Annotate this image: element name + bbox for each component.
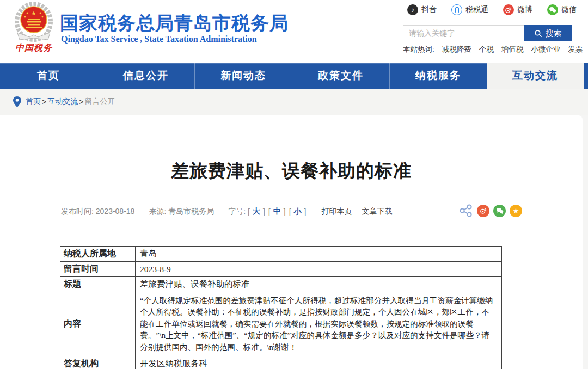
- fontsize-label: 字号:: [228, 207, 246, 217]
- search-button-label: 搜索: [546, 28, 562, 39]
- tax-emblem-icon: ★: [11, 1, 57, 44]
- hotword-link[interactable]: 个税: [479, 45, 494, 54]
- row-value: 差旅费津贴、误餐补助的标准: [136, 277, 502, 292]
- breadcrumb-separator: >: [79, 97, 83, 106]
- row-value: 2023-8-9: [136, 262, 502, 277]
- logo-caption: 中国税务: [9, 42, 59, 54]
- fontsize-small-button[interactable]: 小: [293, 207, 302, 217]
- page-lower: 差旅费津贴、误餐补助的标准 发布时间: 2023-08-18 来源: 青岛市税务…: [0, 115, 588, 369]
- site-logo: ★ 中国税务: [9, 1, 59, 54]
- social-wechat[interactable]: 微信: [547, 4, 577, 15]
- page: ★ 中国税务 国家税务总局青岛市税务局 Qingdao Tax Service …: [0, 0, 588, 369]
- nav-tab-policy-documents[interactable]: 政策文件: [292, 63, 389, 89]
- wechat-icon: [547, 4, 558, 15]
- table-row: 内容 “个人取得规定标准范围的差旅费津贴不征个人所得税，超过标准部分并入取得当月…: [60, 292, 502, 356]
- weibo-icon: [503, 4, 514, 15]
- breadcrumb-band: 首页 > 互动交流 > 留言公开: [0, 89, 588, 115]
- nav-tab-tax-services[interactable]: 纳税服务: [389, 63, 487, 89]
- social-douyin[interactable]: ♪ 抖音: [407, 4, 437, 15]
- location-pin-icon: [13, 96, 21, 107]
- favorite-star-button[interactable]: ★: [510, 205, 522, 217]
- search-icon: [534, 29, 542, 38]
- row-label: 答复机构: [60, 356, 136, 369]
- douyin-icon: ♪: [407, 4, 418, 15]
- social-shuishuitong-label: 税税通: [465, 5, 488, 15]
- nav-tab-news[interactable]: 新闻动态: [194, 63, 292, 89]
- row-label: 内容: [60, 292, 136, 356]
- bracket: [: [288, 207, 292, 216]
- social-links: ♪ 抖音 税税通 微博 微信: [407, 4, 577, 15]
- search-input[interactable]: [403, 25, 524, 41]
- share-buttons: ★: [459, 204, 522, 218]
- row-label: 纳税人所属地: [60, 247, 136, 262]
- message-table: 纳税人所属地 青岛 留言时间 2023-8-9 标题 差旅费津贴、误餐补助的标准…: [60, 246, 502, 369]
- site-title: 国家税务总局青岛市税务局: [60, 11, 289, 36]
- nav-tab-info-disclosure[interactable]: 信息公开: [97, 63, 194, 89]
- breadcrumb-home[interactable]: 首页: [26, 97, 41, 107]
- table-row: 答复机构 开发区纳税服务科: [60, 356, 502, 369]
- nav-endcap: [584, 63, 588, 89]
- article-meta: 发布时间: 2023-08-18 来源: 青岛市税务局 字号: [大] [中] …: [61, 207, 392, 217]
- bracket: ]: [303, 207, 308, 216]
- row-value: 开发区纳税服务科: [136, 356, 502, 369]
- svg-text:★: ★: [31, 10, 36, 16]
- article-title: 差旅费津贴、误餐补助的标准: [0, 159, 583, 183]
- share-weibo-button[interactable]: [477, 205, 489, 217]
- article-source: 来源: 青岛市税务局: [149, 207, 214, 217]
- download-article-button[interactable]: 文章下载: [362, 207, 392, 217]
- nav-tab-home[interactable]: 首页: [0, 63, 97, 89]
- wechat-icon: [496, 207, 504, 214]
- breadcrumb-current: 留言公开: [84, 97, 115, 107]
- row-value: 青岛: [136, 247, 502, 262]
- social-shuishuitong[interactable]: 税税通: [451, 4, 488, 15]
- hotword-link[interactable]: 小微企业: [531, 45, 560, 54]
- fontsize-medium-button[interactable]: 中: [273, 207, 281, 217]
- row-label: 留言时间: [60, 262, 136, 277]
- share-nodes-icon[interactable]: [459, 204, 473, 218]
- print-page-button[interactable]: 打印本页: [321, 207, 352, 217]
- social-weibo-label: 微博: [517, 5, 532, 15]
- hotwords-label: 本站热词:: [403, 45, 434, 54]
- breadcrumb-interaction[interactable]: 互动交流: [47, 97, 78, 107]
- weibo-icon: [480, 207, 487, 214]
- site-subtitle: Qingdao Tax Service , State Taxation Adm…: [61, 34, 257, 44]
- bracket: [: [247, 207, 251, 216]
- breadcrumb: 首页 > 互动交流 > 留言公开: [13, 96, 115, 107]
- social-weibo[interactable]: 微博: [503, 4, 532, 15]
- table-row: 标题 差旅费津贴、误餐补助的标准: [60, 277, 502, 292]
- social-wechat-label: 微信: [561, 5, 577, 15]
- article-panel: 差旅费津贴、误餐补助的标准 发布时间: 2023-08-18 来源: 青岛市税务…: [0, 115, 583, 369]
- fontsize-large-button[interactable]: 大: [252, 207, 261, 217]
- table-row: 纳税人所属地 青岛: [60, 247, 502, 262]
- hotword-link[interactable]: 减税降费: [442, 45, 471, 54]
- nav-tab-interaction[interactable]: 互动交流: [487, 63, 584, 89]
- share-wechat-button[interactable]: [493, 205, 506, 217]
- search-button[interactable]: 搜索: [524, 25, 572, 41]
- hotwords-bar: 本站热词: 减税降费 个税 增值税 小微企业 发票: [403, 45, 583, 54]
- mobile-app-icon: [451, 4, 462, 15]
- site-search: 搜索: [403, 25, 572, 41]
- publish-date: 发布时间: 2023-08-18: [61, 207, 134, 217]
- table-row: 留言时间 2023-8-9: [60, 262, 502, 277]
- main-nav: 首页 信息公开 新闻动态 政策文件 纳税服务 互动交流: [0, 63, 588, 89]
- site-header: ★ 中国税务 国家税务总局青岛市税务局 Qingdao Tax Service …: [0, 0, 588, 63]
- bracket: [: [267, 207, 272, 216]
- bracket: ]: [262, 207, 266, 216]
- social-douyin-label: 抖音: [421, 5, 437, 15]
- row-label: 标题: [60, 277, 136, 292]
- row-value: “个人取得规定标准范围的差旅费津贴不征个人所得税，超过标准部分并入取得当月工资薪…: [136, 292, 502, 356]
- fontsize-control: 字号: [大] [中] [小]: [228, 207, 307, 217]
- breadcrumb-separator: >: [42, 97, 46, 106]
- hotword-link[interactable]: 发票: [568, 45, 583, 54]
- hotword-link[interactable]: 增值税: [501, 45, 524, 54]
- bracket: ]: [283, 207, 287, 216]
